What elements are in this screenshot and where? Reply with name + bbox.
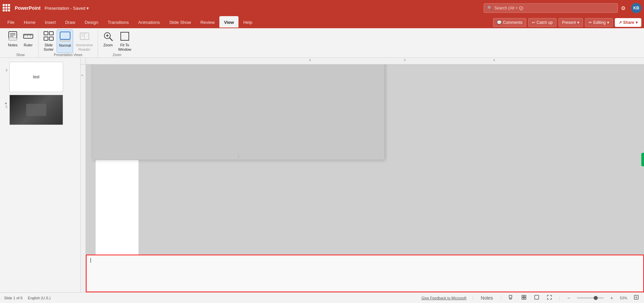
fit-to-window-label: Fit ToWindow	[118, 43, 131, 52]
ruler-tick-5: 5	[404, 58, 406, 62]
slide-canvas-container[interactable]: 1	[86, 64, 644, 255]
ribbon-tabs: File Home Insert Draw Design Transitions…	[0, 16, 644, 28]
svg-rect-12	[44, 32, 48, 35]
svg-rect-28	[509, 299, 512, 299]
title-bar-right: ⚙ KB	[618, 3, 641, 13]
zoom-in-btn[interactable]: +	[609, 295, 614, 301]
zoom-button[interactable]: Zoom	[101, 30, 115, 53]
tab-home[interactable]: Home	[19, 16, 40, 28]
title-dropdown-arrow[interactable]: ▾	[87, 6, 89, 11]
catchup-icon: ↩	[532, 20, 535, 25]
notes-status-button[interactable]: Notes	[479, 295, 494, 301]
zoom-group-label: Zoom	[101, 53, 133, 57]
tab-help[interactable]: Help	[238, 16, 257, 28]
presentation-views-label: Presentation Views	[41, 53, 95, 57]
search-icon: 🔍	[487, 6, 492, 10]
present-dropdown-arrow: ▾	[577, 20, 579, 25]
svg-rect-17	[60, 40, 70, 41]
app-grid-icon[interactable]	[3, 4, 11, 12]
ruler-tick-4: 4	[309, 58, 311, 62]
ruler-button[interactable]: Ruler	[21, 30, 36, 53]
slides-panel[interactable]: 4 test ★5	[0, 58, 80, 292]
show-group-label: Show	[5, 53, 36, 57]
avatar[interactable]: KB	[631, 3, 641, 13]
tab-draw[interactable]: Draw	[60, 16, 80, 28]
ruler-h-bar: 4 5 6	[86, 58, 644, 64]
notes-label: Notes	[8, 43, 18, 47]
ruler-tick-6: 6	[493, 58, 495, 62]
notes-button[interactable]: Notes	[5, 30, 20, 53]
slide-edit-section: 3 1	[80, 64, 644, 292]
slide-page-indicator: 1	[237, 155, 239, 158]
green-handle[interactable]	[641, 153, 644, 166]
presentation-view-buttons: SlideSorter Normal ImmersiveReader	[41, 30, 95, 53]
view-reading-btn[interactable]	[533, 294, 540, 301]
edit-icon: ✏	[589, 20, 592, 25]
tab-view[interactable]: View	[219, 16, 238, 28]
slide-sorter-icon	[43, 31, 54, 42]
tab-design[interactable]: Design	[80, 16, 103, 28]
fit-to-window-button[interactable]: Fit ToWindow	[116, 30, 133, 53]
share-button[interactable]: ↗ Share ▾	[615, 18, 641, 27]
right-slide-panel	[95, 160, 139, 255]
zoom-icon	[103, 31, 113, 42]
editing-dropdown-arrow: ▾	[607, 20, 609, 25]
tab-review[interactable]: Review	[196, 16, 219, 28]
immersive-reader-icon	[79, 31, 90, 42]
tab-transitions[interactable]: Transitions	[103, 16, 133, 28]
view-sorter-btn[interactable]	[520, 294, 528, 301]
editing-button[interactable]: ✏ Editing ▾	[585, 18, 613, 27]
tab-animations[interactable]: Animations	[133, 16, 164, 28]
svg-rect-30	[524, 295, 526, 297]
slide-sorter-button[interactable]: SlideSorter	[41, 30, 56, 53]
slide-thumbnail-5	[9, 95, 63, 125]
ribbon: Notes Ruler Show SlideSorter	[0, 28, 644, 58]
view-normal-btn[interactable]	[507, 294, 515, 301]
tab-insert[interactable]: Insert	[40, 16, 61, 28]
notes-icon	[7, 31, 18, 42]
search-bar[interactable]: 🔍 Search (Alt + Q)	[484, 3, 618, 13]
slide-thumb-5[interactable]: ★5	[0, 93, 80, 126]
slide-thumb-4[interactable]: 4 test	[0, 60, 80, 93]
language-info: English (U.S.)	[28, 296, 51, 300]
svg-rect-32	[524, 298, 526, 299]
normal-label: Normal	[59, 43, 71, 48]
share-icon: ↗	[619, 20, 622, 25]
zoom-slider[interactable]	[577, 297, 604, 299]
slide-thumbnail-4: test	[9, 62, 63, 92]
zoom-label: Zoom	[103, 43, 113, 47]
zoom-out-btn[interactable]: −	[566, 295, 572, 301]
svg-rect-33	[535, 295, 539, 299]
app-name: PowerPoint	[15, 5, 41, 11]
content-row: 4 test ★5	[0, 58, 644, 292]
ruler-label: Ruler	[24, 43, 33, 47]
tab-file[interactable]: File	[3, 16, 19, 28]
immersive-reader-label: ImmersiveReader	[76, 43, 93, 52]
comments-button[interactable]: 💬 Comments	[493, 18, 526, 27]
view-fullscreen-btn[interactable]	[546, 294, 553, 301]
svg-rect-15	[49, 37, 53, 40]
svg-rect-16	[60, 32, 70, 39]
notes-panel-bottom[interactable]	[86, 255, 644, 292]
immersive-reader-button: ImmersiveReader	[74, 30, 95, 53]
present-button[interactable]: Present ▾	[558, 18, 583, 27]
ruler-icon	[23, 31, 34, 42]
normal-button[interactable]: Normal	[57, 30, 73, 53]
catchup-button[interactable]: ↩ Catch up	[528, 18, 556, 27]
fit-view-btn[interactable]	[633, 294, 640, 301]
slide-and-notes: 1	[86, 64, 644, 292]
settings-button[interactable]: ⚙	[618, 3, 629, 13]
ribbon-group-zoom: Zoom Fit ToWindow Zoom	[98, 30, 136, 57]
svg-rect-4	[9, 38, 17, 40]
feedback-text[interactable]: Give Feedback to Microsoft	[422, 296, 467, 300]
title-bar-left: PowerPoint Presentation - Saved ▾	[3, 4, 484, 12]
ruler-v: 3	[80, 64, 86, 292]
slide-canvas[interactable]: 1	[93, 64, 384, 160]
svg-rect-29	[522, 295, 524, 297]
slide-info: Slide 1 of 6	[4, 296, 22, 300]
tab-slideshow[interactable]: Slide Show	[164, 16, 196, 28]
presentation-title: Presentation - Saved ▾	[45, 6, 89, 11]
show-buttons: Notes Ruler	[5, 30, 36, 53]
share-dropdown-arrow: ▾	[636, 20, 638, 25]
title-bar: PowerPoint Presentation - Saved ▾ 🔍 Sear…	[0, 0, 644, 16]
